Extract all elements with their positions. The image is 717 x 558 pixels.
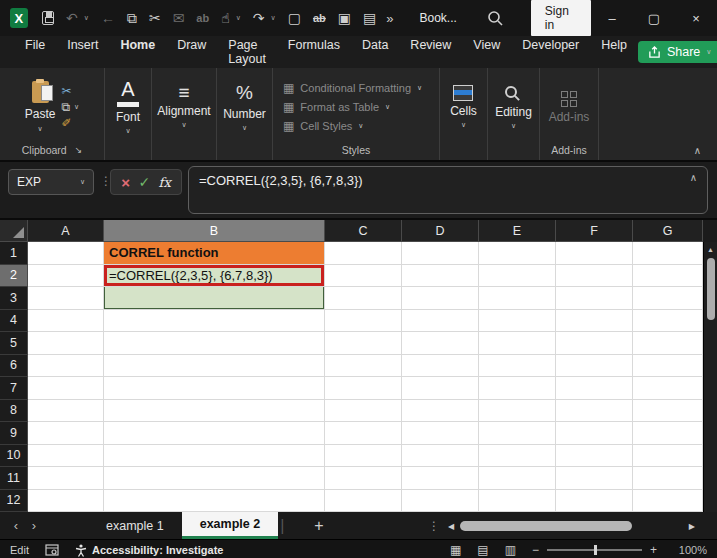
close-button[interactable]: × (675, 0, 717, 36)
chevron-down-icon[interactable]: ∨ (84, 14, 89, 22)
cell-C5[interactable] (325, 332, 402, 355)
back-arrow-icon[interactable]: ← (101, 8, 115, 28)
cell-B10[interactable] (104, 445, 325, 468)
cell-C3[interactable] (325, 287, 402, 310)
scroll-up-icon[interactable]: ▲ (704, 242, 717, 253)
zoom-slider-thumb[interactable] (594, 545, 597, 555)
alignment-button[interactable]: ≡ Alignment ∨ (157, 85, 210, 129)
toolbar-overflow-button[interactable]: » (386, 11, 393, 26)
cell-F7[interactable] (556, 377, 633, 400)
chevron-down-icon[interactable]: ∨ (80, 178, 85, 186)
row-header-8[interactable]: 8 (0, 400, 28, 423)
formula-bar-input[interactable]: =CORREL({2,3,5}, {6,7,8,3}) (188, 166, 708, 214)
conditional-formatting-button[interactable]: ▦ Conditional Formatting ∨ (283, 81, 422, 95)
cell-B3[interactable] (104, 287, 325, 310)
dialog-launcher-icon[interactable]: ↘ (75, 145, 83, 155)
cell-G11[interactable] (633, 467, 703, 490)
cell-A4[interactable] (28, 310, 104, 333)
cell-C6[interactable] (325, 355, 402, 378)
cell-styles-button[interactable]: ▦ Cell Styles ∨ (283, 119, 363, 133)
cell-G12[interactable] (633, 490, 703, 513)
sheet-tab-example-2[interactable]: example 2 (182, 512, 278, 539)
horizontal-scrollbar-thumb[interactable] (460, 521, 632, 531)
cell-B6[interactable] (104, 355, 325, 378)
normal-view-icon[interactable]: ▦ (450, 543, 461, 557)
cell-A1[interactable] (28, 242, 104, 265)
cell-G3[interactable] (633, 287, 703, 310)
column-header-D[interactable]: D (402, 220, 479, 242)
zoom-in-button[interactable]: + (650, 543, 657, 557)
cell-D5[interactable] (402, 332, 479, 355)
cell-G1[interactable] (633, 242, 703, 265)
camera-icon[interactable]: ▣ (338, 8, 351, 28)
cell-A5[interactable] (28, 332, 104, 355)
search-icon[interactable] (487, 10, 503, 26)
cancel-icon[interactable]: × (121, 174, 130, 191)
cell-A3[interactable] (28, 287, 104, 310)
cell-A12[interactable] (28, 490, 104, 513)
cell-B4[interactable] (104, 310, 325, 333)
collapse-formula-bar-icon[interactable]: ∧ (690, 172, 697, 183)
row-header-4[interactable]: 4 (0, 310, 28, 333)
touch-mode-icon[interactable]: ☝ (221, 8, 230, 28)
cell-A7[interactable] (28, 377, 104, 400)
cell-B11[interactable] (104, 467, 325, 490)
cell-D10[interactable] (402, 445, 479, 468)
cell-A11[interactable] (28, 467, 104, 490)
cell-E7[interactable] (479, 377, 556, 400)
cell-E1[interactable] (479, 242, 556, 265)
insert-function-icon[interactable]: fx (159, 175, 171, 190)
cell-D8[interactable] (402, 400, 479, 423)
cell-B9[interactable] (104, 422, 325, 445)
row-header-5[interactable]: 5 (0, 332, 28, 355)
new-sheet-button[interactable]: + (314, 517, 323, 535)
save-icon[interactable] (42, 11, 55, 25)
zoom-slider[interactable] (547, 549, 642, 551)
strikethrough-icon[interactable]: ab (313, 8, 326, 28)
horizontal-scrollbar[interactable]: ◀ ▶ (448, 519, 695, 533)
sheet-tab-example-1[interactable]: example 1 (88, 512, 182, 539)
cell-C1[interactable] (325, 242, 402, 265)
cell-G8[interactable] (633, 400, 703, 423)
cell-F6[interactable] (556, 355, 633, 378)
cell-E8[interactable] (479, 400, 556, 423)
zoom-level[interactable]: 100% (673, 544, 707, 556)
cell-B1[interactable]: CORREL function (104, 242, 325, 265)
collapse-ribbon-icon[interactable]: ∧ (694, 145, 701, 156)
cell-E6[interactable] (479, 355, 556, 378)
copy-icon[interactable]: ⧉ (61, 100, 70, 114)
cell-B5[interactable] (104, 332, 325, 355)
cell-G5[interactable] (633, 332, 703, 355)
email-icon[interactable]: ✉ (173, 8, 185, 28)
cut-icon[interactable]: ✂ (149, 8, 161, 28)
cell-E11[interactable] (479, 467, 556, 490)
editing-button[interactable]: Editing ∨ (495, 84, 532, 130)
cell-F2[interactable] (556, 265, 633, 288)
cell-C2[interactable] (325, 265, 402, 288)
cell-D4[interactable] (402, 310, 479, 333)
column-header-G[interactable]: G (633, 220, 703, 242)
cell-G4[interactable] (633, 310, 703, 333)
cell-B12[interactable] (104, 490, 325, 513)
scroll-right-icon[interactable]: ▶ (689, 522, 695, 531)
chevron-down-icon[interactable]: ∨ (74, 103, 79, 111)
zoom-out-button[interactable]: − (532, 543, 539, 557)
column-header-A[interactable]: A (28, 220, 104, 242)
column-header-E[interactable]: E (479, 220, 556, 242)
cell-E5[interactable] (479, 332, 556, 355)
font-button[interactable]: A Font ∨ (116, 80, 140, 135)
new-file-icon[interactable]: ▢ (288, 8, 301, 28)
cell-F10[interactable] (556, 445, 633, 468)
accessibility-status[interactable]: Accessibility: Investigate (75, 544, 223, 557)
maximize-button[interactable]: ▢ (633, 0, 675, 36)
tab-bar-options-icon[interactable]: ⋮ (428, 519, 440, 533)
cell-D7[interactable] (402, 377, 479, 400)
cell-G6[interactable] (633, 355, 703, 378)
format-painter-icon[interactable]: ✐ (61, 116, 71, 130)
format-as-table-button[interactable]: ▦ Format as Table ∨ (283, 100, 390, 114)
cell-C11[interactable] (325, 467, 402, 490)
chevron-down-icon[interactable]: ∨ (236, 14, 241, 22)
cell-A2[interactable] (28, 265, 104, 288)
cell-C4[interactable] (325, 310, 402, 333)
cell-F4[interactable] (556, 310, 633, 333)
